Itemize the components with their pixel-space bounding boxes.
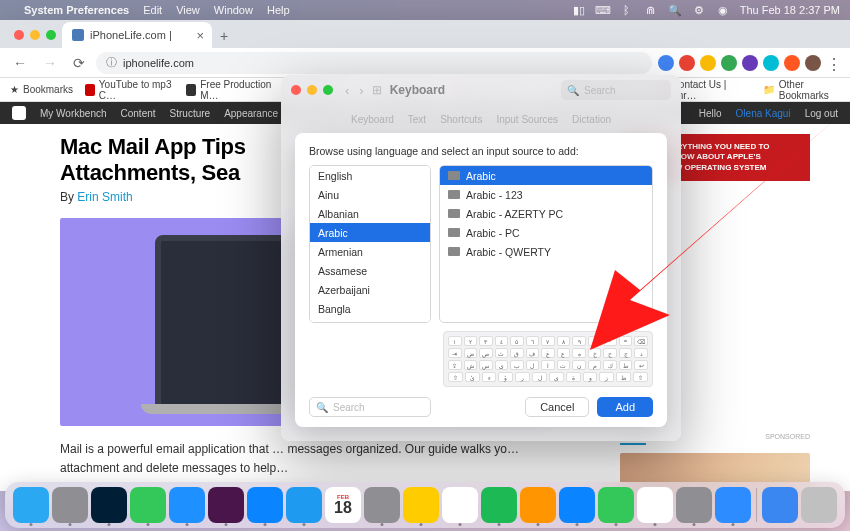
forward-button[interactable]: → xyxy=(38,55,62,71)
tab-title: iPhoneLife.com | xyxy=(90,29,172,41)
menu-view[interactable]: View xyxy=(176,4,200,16)
show-all-icon[interactable]: ⊞ xyxy=(372,83,382,97)
bookmark-item[interactable]: Free Production M… xyxy=(186,79,275,101)
input-source-item[interactable]: Arabic - PC xyxy=(440,223,652,242)
language-item[interactable]: Arabic xyxy=(310,223,430,242)
input-source-item[interactable]: Arabic - AZERTY PC xyxy=(440,204,652,223)
language-item[interactable]: English xyxy=(310,166,430,185)
site-info-icon[interactable]: ⓘ xyxy=(106,55,117,70)
extension-icon[interactable] xyxy=(763,55,779,71)
back-button[interactable]: ← xyxy=(8,55,32,71)
dock-app-safari[interactable] xyxy=(169,487,205,523)
extension-icon[interactable] xyxy=(658,55,674,71)
input-source-item[interactable]: Arabic - QWERTY xyxy=(440,242,652,261)
tab-keyboard[interactable]: Keyboard xyxy=(351,114,394,125)
bookmark-item[interactable]: YouTube to mp3 C… xyxy=(85,79,174,101)
dock-app-calendar[interactable]: FEB18 xyxy=(325,487,361,523)
dock-app-slack[interactable] xyxy=(208,487,244,523)
battery-icon[interactable]: ▮▯ xyxy=(572,4,586,16)
close-window-button[interactable] xyxy=(291,85,301,95)
dock-app-systemprefs[interactable] xyxy=(676,487,712,523)
dock-app-finder[interactable] xyxy=(13,487,49,523)
language-item[interactable]: Ainu xyxy=(310,185,430,204)
admin-link[interactable]: Content xyxy=(121,108,156,119)
minimize-window-button[interactable] xyxy=(307,85,317,95)
menu-window[interactable]: Window xyxy=(214,4,253,16)
zoom-window-button[interactable] xyxy=(323,85,333,95)
input-source-list[interactable]: ArabicArabic - 123Arabic - AZERTY PCArab… xyxy=(439,165,653,323)
dock-app-zoom[interactable] xyxy=(715,487,751,523)
extension-icon[interactable] xyxy=(784,55,800,71)
other-bookmarks[interactable]: 📁 Other Bookmarks xyxy=(763,79,840,101)
input-source-item[interactable]: Arabic xyxy=(440,166,652,185)
app-menu[interactable]: System Preferences xyxy=(24,4,129,16)
author-link[interactable]: Erin Smith xyxy=(77,190,132,204)
prefs-search[interactable]: 🔍 Search xyxy=(561,80,671,100)
extension-icon[interactable] xyxy=(742,55,758,71)
language-item[interactable]: Belarusian xyxy=(310,318,430,323)
tab-text[interactable]: Text xyxy=(408,114,426,125)
back-icon[interactable]: ‹ xyxy=(345,83,349,98)
dock-app-chrome[interactable] xyxy=(637,487,673,523)
language-list[interactable]: EnglishAinuAlbanianArabicArmenianAssames… xyxy=(309,165,431,323)
extension-icon[interactable] xyxy=(700,55,716,71)
input-source-item[interactable]: Arabic - 123 xyxy=(440,185,652,204)
dock-app-books[interactable] xyxy=(520,487,556,523)
dock-app-notes[interactable] xyxy=(403,487,439,523)
dock-app-messages[interactable] xyxy=(130,487,166,523)
minimize-window-button[interactable] xyxy=(30,30,40,40)
bookmarks-folder[interactable]: ★ Bookmarks xyxy=(10,84,73,95)
keyboard-input-icon[interactable]: ⌨ xyxy=(596,4,610,16)
cancel-button[interactable]: Cancel xyxy=(525,397,589,417)
close-tab-icon[interactable]: × xyxy=(196,28,204,43)
menubar-clock[interactable]: Thu Feb 18 2:37 PM xyxy=(740,4,840,16)
dock-app-spotify[interactable] xyxy=(481,487,517,523)
keyboard-key: ⇥ xyxy=(448,348,462,358)
add-button[interactable]: Add xyxy=(597,397,653,417)
chrome-menu-icon[interactable]: ⋮ xyxy=(826,55,842,71)
menu-help[interactable]: Help xyxy=(267,4,290,16)
menu-edit[interactable]: Edit xyxy=(143,4,162,16)
reload-button[interactable]: ⟳ xyxy=(68,55,90,71)
language-item[interactable]: Azerbaijani xyxy=(310,280,430,299)
dock-app-mail[interactable] xyxy=(286,487,322,523)
bluetooth-icon[interactable]: ᛒ xyxy=(620,4,634,16)
close-window-button[interactable] xyxy=(14,30,24,40)
admin-link[interactable]: Appearance xyxy=(224,108,278,119)
dock-trash[interactable] xyxy=(801,487,837,523)
forward-icon[interactable]: › xyxy=(359,83,363,98)
dock-app-photoshop[interactable] xyxy=(91,487,127,523)
dock-app-drive[interactable] xyxy=(442,487,478,523)
logout-link[interactable]: Log out xyxy=(805,108,838,119)
dock-app-facetime[interactable] xyxy=(598,487,634,523)
extension-icon[interactable] xyxy=(721,55,737,71)
browser-tab[interactable]: iPhoneLife.com | × xyxy=(62,22,212,48)
language-item[interactable]: Bangla xyxy=(310,299,430,318)
dock-app-appstore[interactable] xyxy=(559,487,595,523)
dock-app-preview[interactable] xyxy=(247,487,283,523)
dock-app-launchpad[interactable] xyxy=(52,487,88,523)
admin-link[interactable]: Structure xyxy=(170,108,211,119)
control-center-icon[interactable]: ⚙ xyxy=(692,4,706,16)
language-item[interactable]: Assamese xyxy=(310,261,430,280)
zoom-window-button[interactable] xyxy=(46,30,56,40)
language-item[interactable]: Albanian xyxy=(310,204,430,223)
admin-link[interactable]: My Workbench xyxy=(40,108,107,119)
keyboard-key: ٧ xyxy=(541,336,555,346)
avatar-icon[interactable] xyxy=(805,55,821,71)
user-link[interactable]: Olena Kagui xyxy=(736,108,791,119)
new-tab-button[interactable]: + xyxy=(212,28,236,48)
wifi-icon[interactable]: ⋒ xyxy=(644,4,658,16)
dock-app-contacts[interactable] xyxy=(364,487,400,523)
dock-downloads[interactable] xyxy=(762,487,798,523)
spotlight-icon[interactable]: 🔍 xyxy=(668,4,682,16)
language-search[interactable]: 🔍 Search xyxy=(309,397,431,417)
siri-icon[interactable]: ◉ xyxy=(716,4,730,16)
tab-shortcuts[interactable]: Shortcuts xyxy=(440,114,482,125)
url-field[interactable]: ⓘ iphonelife.com xyxy=(96,52,652,74)
language-item[interactable]: Armenian xyxy=(310,242,430,261)
extension-icon[interactable] xyxy=(679,55,695,71)
tab-dictation[interactable]: Dictation xyxy=(572,114,611,125)
site-home-icon[interactable] xyxy=(12,106,26,120)
tab-input-sources[interactable]: Input Sources xyxy=(496,114,558,125)
